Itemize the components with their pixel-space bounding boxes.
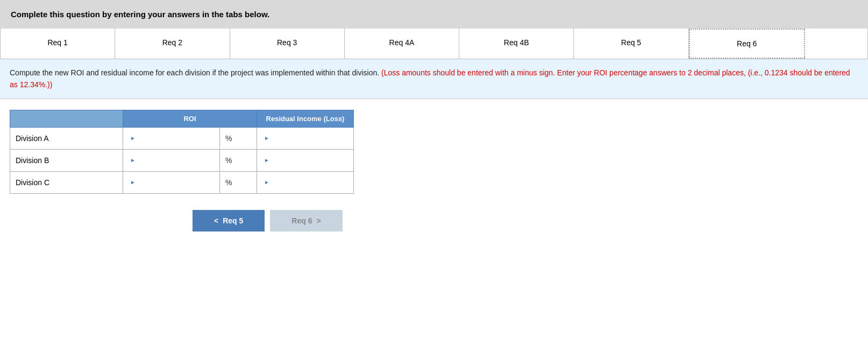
col-residual-header: Residual Income (Loss) <box>257 110 354 127</box>
division-b-residual-cell: ► <box>257 149 354 171</box>
tab-empty <box>805 29 867 59</box>
tab-req4b[interactable]: Req 4B <box>459 29 574 59</box>
table-row: Division C ► % ► <box>10 171 354 193</box>
instruction-main: Compute the new ROI and residual income … <box>10 68 379 77</box>
tab-req5[interactable]: Req 5 <box>574 29 688 59</box>
division-b-roi-input[interactable] <box>137 153 214 168</box>
arrow-icon: ► <box>262 179 271 185</box>
table-row: Division A ► % ► <box>10 127 354 149</box>
division-a-label: Division A <box>10 127 123 149</box>
next-button[interactable]: Req 6 > <box>270 210 342 231</box>
division-c-residual-cell: ► <box>257 171 354 193</box>
table-row: Division B ► % ► <box>10 149 354 171</box>
division-b-residual-input[interactable] <box>271 153 348 168</box>
tab-req3[interactable]: Req 3 <box>230 29 345 59</box>
division-a-residual-cell: ► <box>257 127 354 149</box>
chevron-left-icon: < <box>214 216 218 225</box>
col-empty-header <box>10 110 123 127</box>
division-c-label: Division C <box>10 171 123 193</box>
division-b-percent: % <box>219 149 257 171</box>
division-c-roi-cell: ► <box>123 171 219 193</box>
division-c-percent: % <box>219 171 257 193</box>
division-b-label: Division B <box>10 149 123 171</box>
chevron-right-icon: > <box>316 216 321 225</box>
division-c-residual-input[interactable] <box>271 175 348 190</box>
tabs-row: Req 1 Req 2 Req 3 Req 4A Req 4B Req 5 Re… <box>0 29 868 59</box>
prev-button[interactable]: < Req 5 <box>193 210 265 231</box>
tab-req2[interactable]: Req 2 <box>115 29 230 59</box>
arrow-icon: ► <box>129 135 137 141</box>
arrow-icon: ► <box>262 135 271 141</box>
arrow-icon: ► <box>129 179 137 185</box>
division-a-percent: % <box>219 127 257 149</box>
division-a-roi-input[interactable] <box>137 131 214 146</box>
arrow-icon: ► <box>129 157 137 163</box>
tab-req6[interactable]: Req 6 <box>689 29 805 59</box>
division-a-residual-input[interactable] <box>271 131 348 146</box>
arrow-icon: ► <box>262 157 271 163</box>
buttons-row: < Req 5 Req 6 > <box>193 210 858 231</box>
division-a-roi-cell: ► <box>123 127 219 149</box>
division-c-roi-input[interactable] <box>137 175 214 190</box>
tab-req4a[interactable]: Req 4A <box>345 29 459 59</box>
instruction-box: Compute the new ROI and residual income … <box>0 59 868 99</box>
col-roi-header: ROI <box>123 110 257 127</box>
tab-req1[interactable]: Req 1 <box>1 29 115 59</box>
content-area: ROI Residual Income (Loss) Division A ► <box>0 99 868 242</box>
header-bar: Complete this question by entering your … <box>0 0 868 29</box>
header-instruction: Complete this question by entering your … <box>11 10 269 19</box>
data-table: ROI Residual Income (Loss) Division A ► <box>10 110 354 194</box>
division-b-roi-cell: ► <box>123 149 219 171</box>
